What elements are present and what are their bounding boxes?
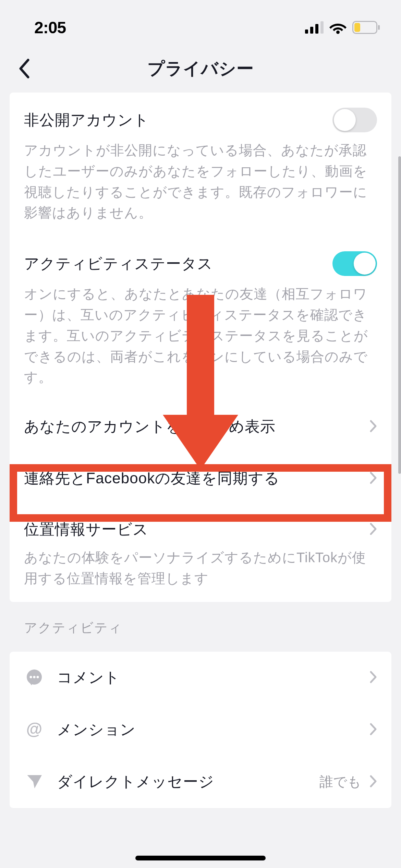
chevron-left-icon	[18, 59, 30, 79]
mention-icon: @	[24, 720, 45, 740]
label-suggest-account: あなたのアカウントをおすすめ表示	[24, 417, 276, 437]
row-mentions[interactable]: @ メンション	[10, 704, 391, 756]
row-direct-messages[interactable]: ダイレクトメッセージ 誰でも	[10, 756, 391, 808]
row-sync-contacts[interactable]: 連絡先とFacebookの友達を同期する	[10, 453, 391, 504]
paper-plane-icon	[24, 772, 45, 792]
row-suggest-account[interactable]: あなたのアカウントをおすすめ表示	[10, 401, 391, 453]
label-direct-messages: ダイレクトメッセージ	[57, 772, 319, 792]
battery-icon	[352, 21, 380, 34]
toggle-activity-status[interactable]	[332, 251, 377, 276]
svg-point-9	[30, 676, 32, 678]
desc-location-services: あなたの体験をパーソナライズするためにTikTokが使用する位置情報を管理します	[24, 547, 377, 589]
chevron-right-icon	[369, 522, 377, 537]
label-mentions: メンション	[57, 720, 369, 740]
wifi-icon	[329, 21, 347, 34]
section-header-activity: アクティビティ	[0, 619, 401, 652]
row-activity-status: アクティビティステータス オンにすると、あなたとあなたの友達（相互フォロワー）は…	[10, 236, 391, 401]
home-indicator[interactable]	[135, 856, 266, 860]
status-time: 2:05	[34, 18, 66, 37]
svg-rect-0	[305, 29, 308, 34]
scroll-indicator[interactable]	[398, 156, 401, 474]
privacy-card: 非公開アカウント アカウントが非公開になっている場合、あなたが承認したユーザーの…	[10, 93, 391, 602]
svg-point-11	[37, 676, 39, 678]
activity-card: コメント @ メンション ダイレクトメッセージ 誰でも	[10, 652, 391, 808]
status-indicators	[305, 21, 380, 34]
svg-rect-7	[378, 25, 380, 30]
svg-text:@: @	[26, 721, 42, 738]
back-button[interactable]	[14, 58, 34, 79]
label-comments: コメント	[57, 667, 369, 688]
label-location-services: 位置情報サービス	[24, 519, 148, 540]
desc-private-account: アカウントが非公開になっている場合、あなたが承認したユーザーのみがあなたをフォロ…	[24, 140, 377, 223]
value-direct-messages: 誰でも	[319, 772, 361, 791]
comment-icon	[24, 667, 45, 688]
toggle-private-account[interactable]	[332, 108, 377, 132]
cellular-signal-icon	[305, 21, 324, 34]
label-sync-contacts: 連絡先とFacebookの友達を同期する	[24, 468, 280, 489]
row-location-services[interactable]: 位置情報サービス あなたの体験をパーソナライズするためにTikTokが使用する位…	[10, 504, 391, 602]
row-comments[interactable]: コメント	[10, 652, 391, 704]
chevron-right-icon	[369, 775, 377, 789]
label-private-account: 非公開アカウント	[24, 110, 149, 130]
svg-rect-3	[320, 21, 324, 34]
svg-rect-6	[354, 23, 360, 32]
chevron-right-icon	[369, 420, 377, 434]
svg-rect-2	[315, 24, 318, 34]
row-private-account: 非公開アカウント アカウントが非公開になっている場合、あなたが承認したユーザーの…	[10, 93, 391, 236]
desc-activity-status: オンにすると、あなたとあなたの友達（相互フォロワー）は、互いのアクティビティステ…	[24, 284, 377, 388]
svg-rect-1	[310, 27, 313, 34]
chevron-right-icon	[369, 471, 377, 486]
label-activity-status: アクティビティステータス	[24, 254, 213, 274]
page-title: プライバシー	[147, 57, 254, 80]
svg-point-10	[33, 676, 36, 678]
chevron-right-icon	[369, 671, 377, 685]
svg-point-4	[336, 31, 340, 34]
chevron-right-icon	[369, 723, 377, 737]
page-header: プライバシー	[0, 45, 401, 93]
status-bar: 2:05	[0, 0, 401, 45]
